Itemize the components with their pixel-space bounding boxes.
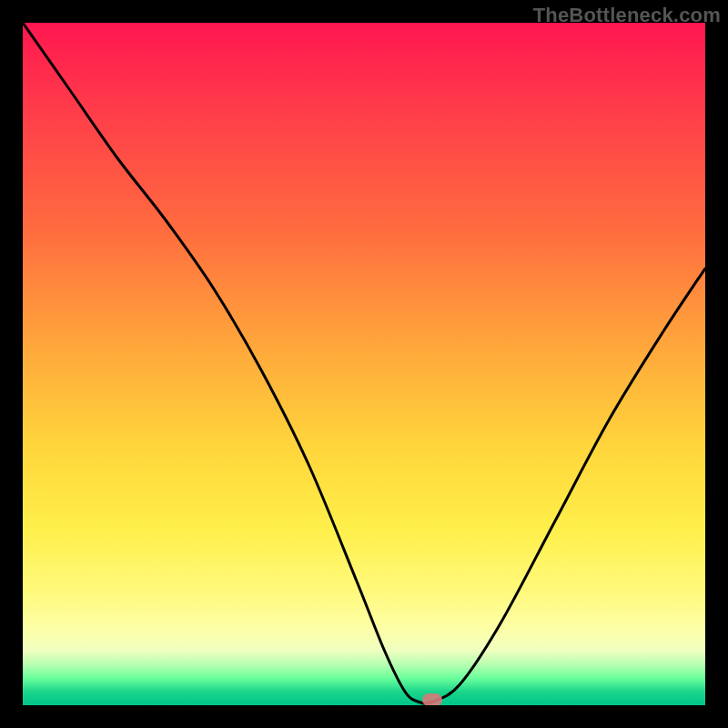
chart-frame: TheBottleneck.com bbox=[0, 0, 728, 728]
optimal-point-marker bbox=[422, 693, 442, 705]
plot-area bbox=[23, 23, 705, 705]
bottleneck-curve bbox=[23, 23, 705, 705]
attribution-text: TheBottleneck.com bbox=[533, 4, 721, 27]
